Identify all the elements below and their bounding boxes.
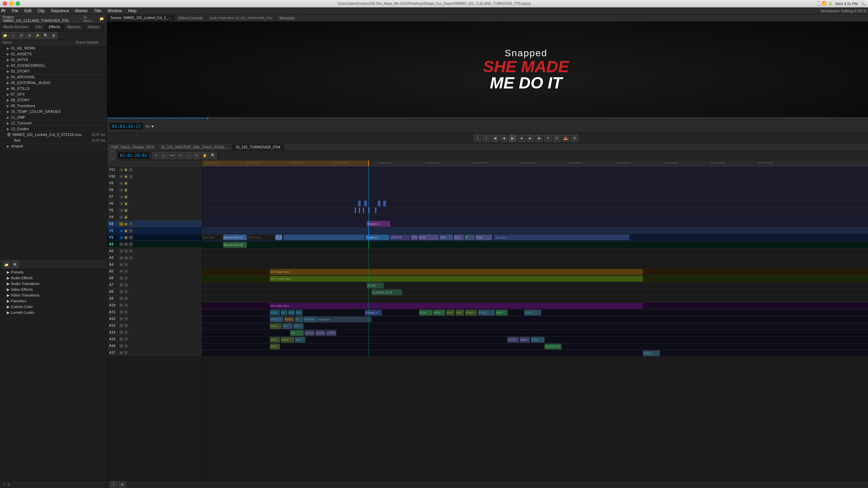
- clip-a15-13st2[interactable]: 13 STO: [507, 337, 519, 343]
- eye-icon-v11[interactable]: ●: [119, 168, 123, 172]
- clip-v6-1[interactable]: [358, 201, 361, 206]
- lock-icon-v10[interactable]: 🔒: [124, 175, 128, 179]
- mark-out-button[interactable]: }: [482, 135, 490, 142]
- solo-icon-a2[interactable]: S: [129, 249, 133, 253]
- track-a16[interactable]: ERNS PELMAN_CD: [202, 343, 868, 350]
- clip-v5-2[interactable]: [359, 207, 360, 213]
- minimize-button[interactable]: [9, 1, 14, 6]
- pen-tool-button[interactable]: ✒: [193, 152, 200, 159]
- track-v5[interactable]: [202, 207, 868, 214]
- list-item[interactable]: ▶ 09_Transitions: [0, 103, 107, 109]
- clip-a13-erns[interactable]: ERNS: [270, 323, 282, 329]
- mute-icon-a9[interactable]: M: [119, 297, 123, 301]
- zoom-tool-button[interactable]: 🔍: [209, 152, 217, 159]
- list-view-button[interactable]: ☰: [18, 32, 25, 39]
- solo-icon-a12[interactable]: S: [124, 317, 128, 321]
- tab-markers[interactable]: Markers: [64, 24, 84, 31]
- eye-icon-v9[interactable]: ●: [119, 181, 123, 185]
- list-item[interactable]: ▶ 07_GFX: [0, 92, 107, 97]
- list-item[interactable]: ▶ 13_Guides: [0, 126, 107, 132]
- clip-v6-3[interactable]: [378, 201, 380, 206]
- effects-item-cutrom-color[interactable]: ▶ Cutrom Color: [0, 304, 107, 310]
- lock-icon-v1[interactable]: 🔒: [124, 236, 128, 240]
- eye-icon-v2[interactable]: ●: [119, 229, 123, 233]
- clip-a14-pelman[interactable]: PEL: [290, 330, 304, 336]
- zoom-in-button[interactable]: +: [108, 148, 116, 155]
- solo-icon-a13[interactable]: S: [124, 324, 128, 328]
- safe-margins-button[interactable]: ⊡: [553, 135, 560, 142]
- lock-icon-v9[interactable]: 🔒: [124, 181, 128, 185]
- mute-icon-a16[interactable]: M: [119, 344, 123, 348]
- track-a1[interactable]: Bars and Tone (A): [202, 242, 868, 248]
- source-timecode[interactable]: 01:01:16:17: [110, 123, 143, 129]
- solo-icon-a9[interactable]: S: [124, 297, 128, 301]
- settings-icon[interactable]: ⚙: [571, 135, 578, 142]
- clip-v1-many-short[interactable]: ...: [283, 235, 365, 240]
- clip-v5-3[interactable]: [363, 207, 364, 213]
- slip-tool-button[interactable]: ↔: [185, 152, 192, 159]
- clip-snapped-s[interactable]: Snapped_S: [367, 221, 390, 227]
- clip-a11-ernst[interactable]: ERNST: [465, 310, 477, 316]
- timeline-ruler[interactable]: 00:58:43:16 00:59:13:18 00:59:47:18 01:0…: [202, 160, 868, 166]
- eye-icon-v10[interactable]: ●: [119, 175, 123, 179]
- track-v1[interactable]: Black Vide Bars and Tone (V) Black Video…: [202, 234, 868, 242]
- razor-tool-button[interactable]: ✂: [177, 152, 184, 159]
- mute-icon-a6[interactable]: M: [119, 276, 123, 280]
- clip-v1-right-area[interactable]: ...more clips...: [494, 235, 629, 240]
- track-a6[interactable]: SOT Under Here: [202, 276, 868, 282]
- menu-file[interactable]: File: [9, 8, 21, 14]
- solo-icon-a1[interactable]: S: [129, 242, 133, 246]
- clip-a11-ern[interactable]: ERN: [446, 310, 455, 316]
- clip-v1-stch[interactable]: St Ch: [411, 235, 418, 240]
- list-item[interactable]: ▶ 02_INTVS: [0, 57, 107, 63]
- step-forward-button[interactable]: ▶: [527, 135, 534, 142]
- mute-icon-a1[interactable]: M: [124, 242, 128, 246]
- bottom-icon-2[interactable]: ⊞: [7, 483, 10, 486]
- clip-a6-sot[interactable]: SOT Under Here: [270, 276, 643, 282]
- track-v4[interactable]: [202, 214, 868, 221]
- mute-icon-a8[interactable]: M: [119, 290, 123, 294]
- mute-icon-a10[interactable]: M: [119, 303, 123, 307]
- lock-icon-v7[interactable]: 🔒: [124, 195, 128, 199]
- menu-window[interactable]: Window: [105, 8, 125, 14]
- mute-icon-a3[interactable]: M: [124, 256, 128, 260]
- track-v2[interactable]: [202, 227, 868, 234]
- sync-icon-v10[interactable]: S: [129, 175, 133, 179]
- timeline-settings-button[interactable]: ⚙: [119, 481, 126, 488]
- clip-v1-si101[interactable]: SI_101: [275, 235, 282, 240]
- eye-icon-a2[interactable]: ●: [119, 249, 123, 253]
- find-button[interactable]: 🔍: [42, 32, 50, 39]
- solo-icon-a5[interactable]: S: [124, 269, 128, 273]
- menu-help[interactable]: Help: [125, 8, 139, 14]
- tab-media-browser[interactable]: Media Browser: [0, 24, 32, 31]
- solo-icon-a4[interactable]: S: [124, 263, 128, 267]
- mute-icon-a12[interactable]: M: [119, 317, 123, 321]
- timeline-timecode[interactable]: 01:01:20:03: [118, 152, 149, 159]
- timeline-tab-active[interactable]: SI_101_TURNOVER_IT04: [233, 144, 284, 150]
- clip-a10-mx[interactable]: MX Under Here: [270, 303, 643, 309]
- solo-icon-a10[interactable]: S: [124, 303, 128, 307]
- clip-a12-many[interactable]: multiple clips: [317, 317, 372, 322]
- track-a4[interactable]: [202, 262, 868, 269]
- track-a7[interactable]: St_Clel...: [202, 282, 868, 289]
- automate-button[interactable]: ⚡: [34, 32, 41, 39]
- track-a9[interactable]: [202, 296, 868, 303]
- icon-view-button[interactable]: ⊞: [26, 32, 33, 39]
- mark-in-button[interactable]: {: [474, 135, 481, 142]
- solo-icon-a16[interactable]: S: [124, 344, 128, 348]
- effects-item-audio-transitions[interactable]: ▶ Audio Transitions: [0, 281, 107, 287]
- clip-v1-15[interactable]: 15: [465, 235, 475, 240]
- eye-icon-v1[interactable]: ●: [119, 236, 123, 240]
- mute-icon-a11[interactable]: M: [119, 310, 123, 314]
- eye-icon-v8[interactable]: ●: [119, 188, 123, 192]
- new-bin-button[interactable]: 📁: [1, 32, 9, 39]
- clip-a15-htoo2[interactable]: HT0: [295, 337, 305, 343]
- list-item[interactable]: ▶ 02_ASSETS: [0, 51, 107, 57]
- list-item[interactable]: ▶ 08_STORY: [0, 97, 107, 103]
- eye-icon-v5[interactable]: ●: [119, 208, 123, 212]
- menu-edit[interactable]: Edit: [22, 8, 34, 14]
- clip-a13-htoo[interactable]: HT0: [282, 323, 293, 329]
- delete-button[interactable]: 🗑: [50, 32, 58, 39]
- track-v9[interactable]: [202, 180, 868, 187]
- output-button[interactable]: 📤: [562, 135, 569, 142]
